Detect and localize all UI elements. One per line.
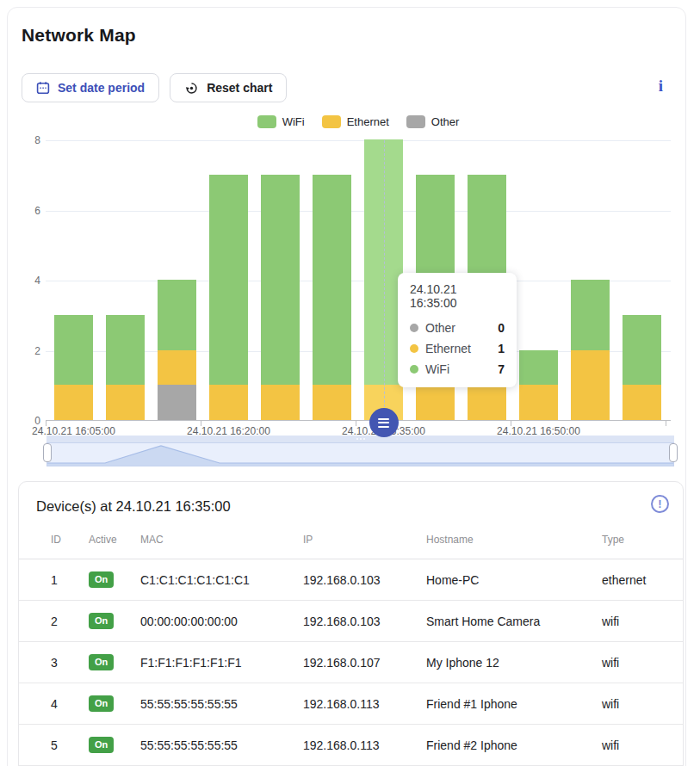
bar-24-10-21-16-30-00[interactable] bbox=[313, 175, 351, 420]
cell-hostname: Friend #1 Iphone bbox=[426, 697, 602, 711]
bar-segment-ethernet bbox=[468, 385, 506, 420]
cell-type: wifi bbox=[602, 615, 666, 628]
brush-track[interactable] bbox=[46, 442, 674, 466]
legend-label: WiFi bbox=[282, 115, 305, 128]
active-badge: On bbox=[89, 737, 114, 753]
bar-segment-wifi bbox=[261, 175, 300, 386]
cell-mac: 55:55:55:55:55:55 bbox=[140, 738, 303, 752]
bar-segment-wifi bbox=[623, 315, 661, 386]
legend-item-ethernet[interactable]: Ethernet bbox=[322, 115, 389, 128]
column-header-hostname: Hostname bbox=[426, 534, 602, 546]
cell-id: 5 bbox=[51, 738, 89, 752]
cell-ip: 192.168.0.103 bbox=[303, 615, 426, 628]
tooltip-series-dot bbox=[410, 365, 418, 374]
cell-mac: C1:C1:C1:C1:C1:C1 bbox=[140, 573, 303, 587]
cell-active: On bbox=[89, 737, 140, 753]
cell-ip: 192.168.0.113 bbox=[303, 738, 426, 752]
bar-24-10-21-16-25-00[interactable] bbox=[261, 175, 300, 420]
bar-24-10-21-16-55-00[interactable] bbox=[571, 280, 610, 420]
column-header-ip: IP bbox=[303, 534, 426, 546]
time-range-brush[interactable] bbox=[46, 436, 674, 466]
tooltip-series-value: 7 bbox=[498, 362, 505, 376]
cell-hostname: My Iphone 12 bbox=[426, 656, 602, 670]
page-title: Network Map bbox=[22, 25, 136, 46]
y-axis-tick-label: 6 bbox=[20, 205, 40, 217]
legend-swatch-icon bbox=[406, 115, 425, 128]
active-badge: On bbox=[89, 695, 114, 712]
bar-segment-ethernet bbox=[158, 350, 196, 386]
bar-segment-wifi bbox=[158, 280, 196, 350]
bar-24-10-21-16-10-00[interactable] bbox=[106, 315, 145, 420]
bar-segment-ethernet bbox=[571, 350, 610, 421]
column-header-mac: MAC bbox=[140, 534, 303, 546]
gridline bbox=[46, 140, 671, 141]
bar-segment-ethernet bbox=[209, 385, 248, 420]
bar-24-10-21-16-05-00[interactable] bbox=[54, 315, 93, 420]
cell-type: wifi bbox=[602, 697, 666, 711]
column-header-active: Active bbox=[89, 534, 140, 546]
bar-segment-wifi bbox=[106, 315, 145, 386]
table-row: 5On55:55:55:55:55:55192.168.0.113Friend … bbox=[19, 725, 683, 766]
x-axis-tick bbox=[666, 421, 666, 426]
chart-cursor-drag-handle[interactable] bbox=[369, 408, 399, 437]
gridline bbox=[46, 211, 671, 212]
y-axis-tick-label: 4 bbox=[20, 275, 40, 287]
legend-label: Ethernet bbox=[347, 115, 389, 128]
cell-type: ethernet bbox=[602, 573, 666, 587]
bar-segment-ethernet bbox=[416, 385, 455, 420]
plot-area: 0246824.10.21 16:05:0024.10.21 16:20:002… bbox=[46, 140, 671, 421]
bar-24-10-21-17-00-00[interactable] bbox=[623, 315, 661, 420]
bar-segment-ethernet bbox=[519, 385, 558, 420]
tooltip-row: WiFi7 bbox=[410, 359, 505, 380]
cell-id: 4 bbox=[51, 697, 89, 711]
tooltip-series-dot bbox=[410, 344, 418, 353]
devices-table-body: 1OnC1:C1:C1:C1:C1:C1192.168.0.103Home-PC… bbox=[19, 559, 683, 766]
bar-segment-wifi bbox=[54, 315, 93, 386]
bar-24-10-21-16-50-00[interactable] bbox=[519, 350, 558, 421]
bar-segment-ethernet bbox=[106, 385, 145, 420]
column-header-id: ID bbox=[51, 534, 89, 546]
cell-id: 3 bbox=[51, 656, 89, 670]
column-header-type: Type bbox=[602, 534, 666, 546]
active-badge: On bbox=[89, 613, 114, 629]
tooltip-series-value: 1 bbox=[498, 342, 505, 355]
brush-handle-left[interactable] bbox=[43, 443, 52, 462]
bar-segment-ethernet bbox=[313, 385, 351, 420]
cell-ip: 192.168.0.113 bbox=[303, 697, 426, 711]
tooltip-row: Ethernet1 bbox=[410, 338, 505, 359]
cell-active: On bbox=[89, 654, 140, 670]
legend-item-other[interactable]: Other bbox=[406, 115, 460, 128]
set-date-period-label: Set date period bbox=[58, 81, 145, 95]
active-badge: On bbox=[89, 654, 114, 670]
reset-chart-label: Reset chart bbox=[207, 81, 272, 95]
main-card: Network Map Set date period bbox=[7, 7, 686, 766]
alert-circle-icon[interactable]: ! bbox=[651, 495, 669, 513]
devices-table-header: IDActiveMACIPHostnameType bbox=[19, 520, 683, 559]
y-axis-tick-label: 2 bbox=[20, 345, 40, 357]
bar-24-10-21-16-20-00[interactable] bbox=[209, 175, 248, 420]
y-axis-tick-label: 8 bbox=[20, 134, 40, 146]
cell-ip: 192.168.0.103 bbox=[303, 573, 426, 587]
bar-segment-other bbox=[158, 385, 196, 420]
cell-active: On bbox=[89, 695, 140, 712]
table-row: 3OnF1:F1:F1:F1:F1:F1192.168.0.107My Ipho… bbox=[19, 642, 683, 683]
cell-hostname: Home-PC bbox=[426, 573, 602, 587]
set-date-period-button[interactable]: Set date period bbox=[22, 73, 159, 102]
info-icon[interactable]: i bbox=[659, 77, 663, 96]
legend-item-wifi[interactable]: WiFi bbox=[257, 115, 305, 128]
legend-label: Other bbox=[431, 115, 460, 128]
cell-active: On bbox=[89, 613, 140, 629]
reset-chart-button[interactable]: Reset chart bbox=[170, 73, 287, 102]
cell-mac: 55:55:55:55:55:55 bbox=[140, 697, 303, 711]
cell-hostname: Smart Home Camera bbox=[426, 615, 602, 628]
tooltip-series-dot bbox=[410, 324, 418, 332]
brush-handle-right[interactable] bbox=[669, 443, 678, 462]
bar-24-10-21-16-15-00[interactable] bbox=[158, 280, 196, 420]
cell-active: On bbox=[89, 571, 140, 588]
bar-segment-wifi bbox=[519, 350, 558, 386]
brush-grip[interactable] bbox=[46, 436, 674, 442]
legend-swatch-icon bbox=[322, 115, 341, 128]
active-badge: On bbox=[89, 571, 114, 588]
cell-id: 1 bbox=[51, 573, 89, 587]
calendar-icon bbox=[36, 81, 50, 95]
